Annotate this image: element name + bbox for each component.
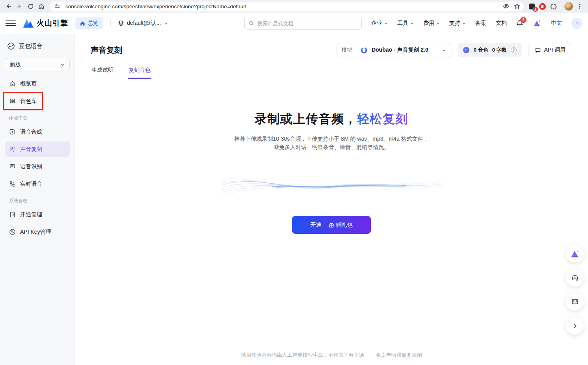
header-nav: 企业 工具 费用 支持 备案 文档 2: [371, 18, 582, 29]
logo-text: 火山引擎: [37, 18, 68, 28]
tab-generate-preview[interactable]: 生成试听: [91, 67, 114, 79]
nav-filing[interactable]: 备案: [475, 20, 486, 27]
chevron-down-icon: [410, 21, 414, 25]
sidebar-item-realtime-voice[interactable]: 实时语音: [5, 176, 70, 192]
help-icon[interactable]: ?: [511, 47, 517, 53]
overview-button[interactable]: 总览: [75, 17, 103, 29]
doubao-model-icon: [360, 47, 368, 54]
forward-icon[interactable]: [14, 1, 24, 11]
hero-title: 录制或上传音频，轻松复刻: [255, 111, 408, 127]
sidebar-item-api-key-management[interactable]: API Key管理: [5, 224, 70, 240]
privacy-eye-off-icon[interactable]: [502, 2, 510, 11]
hero-section: 录制或上传音频，轻松复刻 推荐上传或录制10-30s音频，上传支持小于 8M 的…: [75, 79, 588, 365]
search-input[interactable]: [257, 20, 357, 27]
url-bar[interactable]: console.volcengine.com/speech/new/experi…: [50, 2, 524, 11]
notification-bell[interactable]: 2: [516, 20, 523, 27]
documentation-fab[interactable]: [566, 293, 584, 311]
user-avatar[interactable]: 1: [571, 18, 582, 29]
ai-assistant-entry[interactable]: [533, 19, 541, 27]
volcengine-logo-icon: [23, 19, 34, 28]
sidebar-item-speech-recognition[interactable]: 语音识别: [5, 159, 70, 174]
nav-docs[interactable]: 文档: [496, 20, 507, 27]
sidebar-item-activation-management[interactable]: 开通管理: [5, 207, 70, 222]
page-footer: 试用体验内容均由人工智能模型生成，不代表平台立场 免责声明和服务规则: [75, 352, 588, 359]
sidebar-item-voice-clone[interactable]: 声音复刻: [5, 142, 70, 157]
api-call-icon: [535, 47, 541, 53]
extension-badge: 1: [533, 7, 538, 12]
extensions-puzzle-icon[interactable]: [548, 1, 558, 11]
tab-clone-voice[interactable]: 复刻音色: [128, 67, 151, 79]
ai-assistant-fab[interactable]: [566, 245, 584, 263]
screen: console.volcengine.com/speech/new/experi…: [0, 0, 588, 365]
refresh-icon[interactable]: [25, 1, 35, 11]
site-settings-icon[interactable]: [51, 3, 63, 10]
sidebar-nav: 概览页 音色库 体验中心 语音合成: [5, 76, 70, 240]
floating-buttons: [566, 245, 584, 335]
hamburger-menu-icon[interactable]: [6, 18, 16, 28]
project-value: default(默认...: [127, 20, 161, 27]
usage-voices: 0 音色: [474, 47, 488, 54]
console-header: 火山引擎 总览 default(默认... 企业 工具 费用: [0, 13, 588, 34]
main-content: 声音复刻 模型 Doubao - 声音复刻 2.0: [75, 34, 588, 365]
api-key-icon: [9, 229, 16, 236]
profile-avatar[interactable]: [564, 1, 574, 11]
api-call-button[interactable]: API 调用: [528, 43, 572, 57]
voice-clone-icon: [9, 146, 16, 153]
chevron-down-icon: [442, 48, 446, 52]
nav-support[interactable]: 支持: [449, 20, 466, 27]
extension-icon[interactable]: 1: [527, 2, 536, 11]
back-icon[interactable]: [3, 1, 13, 11]
overview-page-icon: [9, 80, 16, 88]
hero-desc-line2: 避免多人对话、明显杂音、噪音、混响等情况。: [234, 143, 428, 151]
headset-icon: [571, 274, 579, 282]
adblock-icon[interactable]: [537, 1, 547, 11]
section-experience-center: 体验中心: [5, 111, 70, 124]
sidebar-item-speech-synthesis[interactable]: 语音合成: [5, 124, 70, 140]
hero-title-accent: 轻松复刻: [357, 112, 408, 126]
model-selector[interactable]: 模型 Doubao - 声音复刻 2.0: [337, 43, 451, 57]
realtime-voice-icon: [9, 181, 16, 188]
url-text[interactable]: console.volcengine.com/speech/new/experi…: [65, 4, 502, 9]
page-title: 声音复刻: [91, 43, 122, 56]
volcengine-logo[interactable]: 火山引擎: [23, 18, 68, 28]
browser-menu-icon[interactable]: [575, 1, 585, 11]
usage-coin-icon: [463, 47, 470, 54]
hero-description: 推荐上传或录制10-30s音频，上传支持小于 8M 的 wav、mp3、m4a …: [234, 135, 428, 151]
overview-home-icon: [80, 21, 85, 26]
sidebar-item-overview-page[interactable]: 概览页: [5, 76, 70, 91]
product-header: 豆包语音: [5, 41, 70, 50]
footer-disclaimer: 试用体验内容均由人工智能模型生成，不代表平台立场: [241, 352, 364, 359]
api-call-label: API 调用: [544, 47, 566, 54]
search-box[interactable]: [244, 17, 362, 30]
chevron-down-icon: [384, 21, 388, 25]
home-icon[interactable]: [36, 1, 47, 11]
nav-tools[interactable]: 工具: [397, 20, 414, 27]
nav-enterprise[interactable]: 企业: [371, 20, 388, 27]
sidebar-item-voice-library[interactable]: 音色库: [5, 93, 70, 109]
wave-graphic: [221, 169, 442, 200]
project-layers-icon: [118, 20, 124, 26]
model-value: Doubao - 声音复刻 2.0: [372, 47, 428, 54]
chevron-down-icon: [436, 21, 440, 25]
language-toggle[interactable]: 中文: [551, 20, 562, 27]
nav-billing[interactable]: 费用: [423, 20, 440, 27]
speech-synthesis-icon: [9, 128, 16, 136]
docs-book-icon: [571, 298, 579, 306]
version-selector[interactable]: 新版: [5, 58, 70, 71]
project-selector[interactable]: default(默认...: [118, 20, 168, 27]
activate-button[interactable]: 开通 赠礼包: [292, 216, 371, 234]
bookmark-star-icon[interactable]: [513, 2, 521, 11]
chevron-right-icon: [572, 323, 578, 329]
speech-recognition-icon: [9, 163, 16, 170]
doubao-voice-icon: [7, 42, 15, 50]
hero-desc-line1: 推荐上传或录制10-30s音频，上传支持小于 8M 的 wav、mp3、m4a …: [234, 135, 428, 143]
tabs: 生成试听 复刻音色: [75, 57, 588, 79]
usage-chars: 0 字数: [492, 47, 507, 54]
voice-library-icon: [9, 98, 16, 105]
browser-toolbar: console.volcengine.com/speech/new/experi…: [0, 0, 588, 13]
collapse-fab[interactable]: [566, 317, 584, 335]
hero-title-plain: 录制或上传音频，: [255, 112, 357, 126]
customer-support-fab[interactable]: [566, 269, 584, 287]
search-icon: [249, 20, 254, 26]
footer-terms-link[interactable]: 免责声明和服务规则: [376, 352, 422, 359]
